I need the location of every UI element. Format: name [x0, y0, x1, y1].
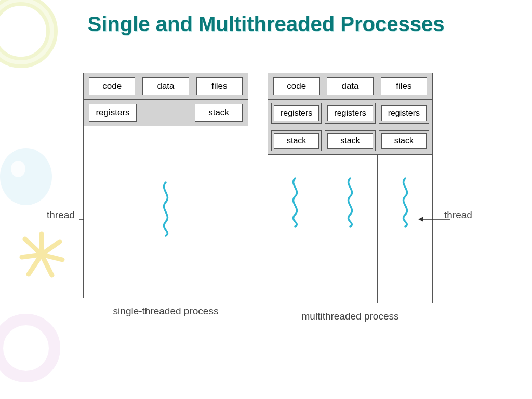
- registers-box: registers: [381, 105, 427, 121]
- shared-resources-row: code data files: [84, 73, 248, 100]
- process-box-single: code data files registers stack: [83, 73, 248, 298]
- thread-squiggle-icon: [286, 176, 304, 230]
- code-box: code: [89, 77, 135, 95]
- diagram-stage: thread code data files registers stack: [55, 73, 481, 364]
- registers-box: registers: [274, 105, 319, 121]
- shared-resources-row: code data files: [268, 73, 432, 100]
- files-box: files: [196, 77, 243, 95]
- thread-column: [323, 155, 378, 303]
- stack-row: stack stack stack: [268, 127, 432, 155]
- thread-area: [268, 155, 432, 303]
- svg-point-3: [11, 161, 25, 177]
- thread-squiggle-icon: [157, 180, 175, 239]
- data-box: data: [327, 77, 373, 95]
- process-box-multi: code data files registers registers regi…: [268, 73, 433, 303]
- page-title: Single and Multithreaded Processes: [0, 12, 532, 36]
- single-threaded-diagram: thread code data files registers stack: [83, 73, 248, 317]
- stack-box: stack: [327, 133, 373, 149]
- files-box: files: [381, 77, 427, 95]
- thread-squiggle-icon: [341, 176, 359, 230]
- thread-squiggle-icon: [396, 176, 414, 230]
- stack-box: stack: [381, 133, 427, 149]
- stack-box: stack: [195, 104, 243, 122]
- caption-multi: multithreaded process: [268, 311, 433, 322]
- svg-line-10: [25, 239, 42, 255]
- caption-single: single-threaded process: [83, 305, 248, 317]
- svg-point-2: [0, 148, 52, 205]
- data-box: data: [142, 77, 189, 95]
- thread-area: [84, 126, 248, 298]
- registers-box: registers: [327, 105, 373, 121]
- thread-column: [268, 155, 323, 303]
- thread-resources-row: registers stack: [84, 100, 248, 126]
- registers-row: registers registers registers: [268, 100, 432, 127]
- svg-marker-14: [418, 217, 423, 222]
- code-box: code: [273, 77, 320, 95]
- multithreaded-diagram: code data files registers registers regi…: [268, 73, 433, 322]
- thread-label-left: thread: [47, 209, 75, 221]
- registers-box: registers: [89, 104, 137, 122]
- svg-point-11: [0, 320, 55, 377]
- thread-column: [378, 155, 432, 303]
- thread-label-right: thread: [444, 209, 472, 221]
- stack-box: stack: [274, 133, 319, 149]
